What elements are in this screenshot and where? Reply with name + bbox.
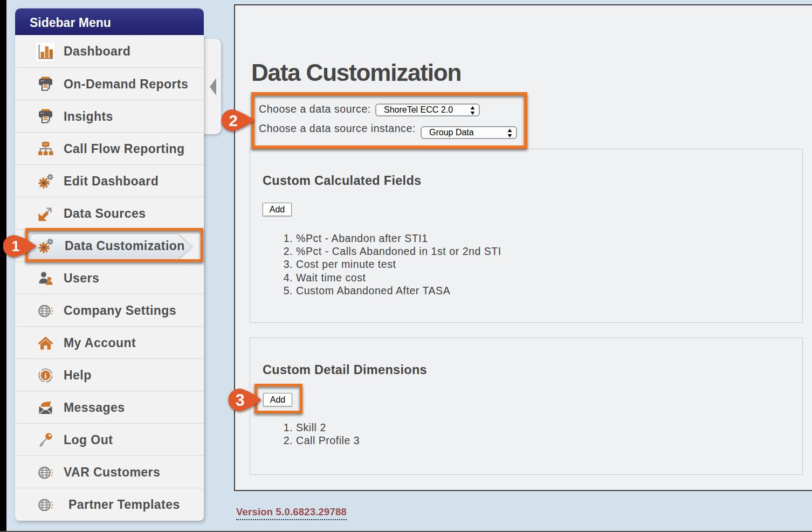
svg-text:3: 3: [235, 391, 244, 410]
svg-text:2: 2: [229, 112, 238, 129]
svg-text:1: 1: [11, 238, 19, 254]
svg-text:i: i: [44, 371, 46, 380]
